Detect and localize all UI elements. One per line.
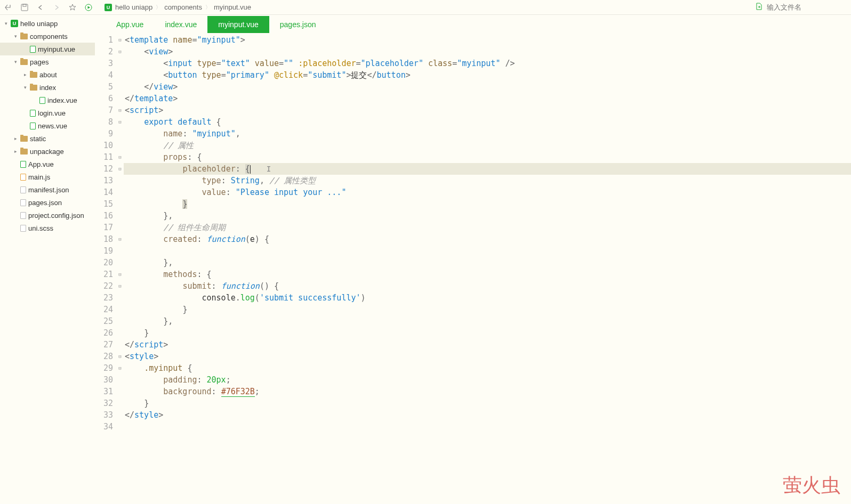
fold-toggle[interactable] [116,339,124,351]
code-line[interactable]: type: String, // 属性类型 [124,175,851,186]
fold-toggle[interactable] [116,409,124,421]
nav-forward-icon[interactable] [52,3,61,12]
code-line[interactable]: }, [124,210,851,222]
tree-item[interactable]: manifest.json [0,183,95,196]
tab[interactable]: myinput.vue [207,16,269,33]
fold-column[interactable]: ⊟⊟⊟⊟⊟⊟⊟⊟⊟⊟⊟ [116,34,124,504]
code-line[interactable]: submit: function() { [124,280,851,292]
fold-toggle[interactable] [116,93,124,104]
tab[interactable]: App.vue [106,16,154,33]
code-line[interactable]: padding: 20px; [124,374,851,386]
tree-item[interactable]: App.vue [0,158,95,170]
tree-item[interactable]: pages.json [0,196,95,209]
tab[interactable]: index.vue [154,16,207,33]
chevron-icon[interactable]: ▾ [13,59,18,64]
chevron-icon[interactable]: ▸ [13,149,18,154]
tree-item[interactable]: login.vue [0,107,95,119]
chevron-icon[interactable]: ▾ [22,85,28,90]
search-input[interactable] [767,3,847,11]
code-line[interactable]: console.log('submit successfully') [124,292,851,304]
fold-toggle[interactable] [116,257,124,269]
fold-toggle[interactable] [116,198,124,210]
new-file-icon[interactable] [755,3,762,12]
fold-toggle[interactable]: ⊟ [116,163,124,175]
code-line[interactable]: </template> [124,93,851,104]
fold-toggle[interactable]: ⊟ [116,151,124,163]
code-line[interactable]: }, [124,315,851,327]
tree-item[interactable]: uni.scss [0,222,95,234]
tree-item[interactable]: ▸about [0,68,95,81]
fold-toggle[interactable]: ⊟ [116,269,124,280]
fold-toggle[interactable] [116,292,124,304]
fold-toggle[interactable] [116,140,124,151]
save-icon[interactable] [20,3,29,12]
fold-toggle[interactable]: ⊟ [116,362,124,374]
fold-toggle[interactable] [116,222,124,233]
code-line[interactable]: name: "myinput", [124,128,851,140]
code-line[interactable]: <button type="primary" @click="submit">提… [124,69,851,81]
code-line[interactable]: background: #76F32B; [124,386,851,397]
tree-item[interactable]: ▸static [0,132,95,145]
nav-back-icon[interactable] [36,3,45,12]
code-line[interactable]: export default { [124,116,851,128]
fold-toggle[interactable] [116,421,124,433]
star-icon[interactable] [68,3,77,12]
chevron-icon[interactable]: ▾ [13,34,18,39]
code-line[interactable]: placeholder: {I [124,163,851,175]
back-arrow-icon[interactable] [4,3,13,12]
fold-toggle[interactable]: ⊟ [116,104,124,116]
code-line[interactable]: <input type="text" value="" :placeholder… [124,58,851,69]
code-line[interactable]: <script> [124,104,851,116]
tree-item[interactable]: main.js [0,170,95,183]
fold-toggle[interactable] [116,397,124,409]
fold-toggle[interactable] [116,386,124,397]
fold-toggle[interactable] [116,175,124,186]
code-area[interactable]: 1234567891011121314151617181920212223242… [95,34,851,504]
code-line[interactable]: props: { [124,151,851,163]
code-line[interactable]: } [124,304,851,315]
tree-item[interactable]: ▸unpackage [0,145,95,158]
tree-project-root[interactable]: ▾ U hello uniapp [0,17,95,30]
code-line[interactable]: .myinput { [124,362,851,374]
tree-item[interactable]: index.vue [0,94,95,107]
tree-item[interactable]: myinput.vue [0,43,95,55]
code-line[interactable]: // 组件生命周期 [124,222,851,233]
tab[interactable]: pages.json [269,16,327,33]
fold-toggle[interactable]: ⊟ [116,116,124,128]
fold-toggle[interactable] [116,245,124,257]
fold-toggle[interactable] [116,69,124,81]
fold-toggle[interactable]: ⊟ [116,351,124,362]
tree-item[interactable]: project.config.json [0,209,95,222]
fold-toggle[interactable]: ⊟ [116,34,124,46]
fold-toggle[interactable]: ⊟ [116,46,124,58]
fold-toggle[interactable] [116,210,124,222]
code-line[interactable]: methods: { [124,269,851,280]
code-line[interactable]: // 属性 [124,140,851,151]
fold-toggle[interactable] [116,304,124,315]
breadcrumb-item[interactable]: components [164,3,202,11]
fold-toggle[interactable] [116,374,124,386]
fold-toggle[interactable] [116,81,124,93]
code-line[interactable]: </view> [124,81,851,93]
file-tree[interactable]: ▾ U hello uniapp ▾componentsmyinput.vue▾… [0,15,95,504]
fold-toggle[interactable]: ⊟ [116,233,124,245]
fold-toggle[interactable] [116,128,124,140]
breadcrumb-item[interactable]: myinput.vue [214,3,251,11]
fold-toggle[interactable] [116,186,124,198]
code-line[interactable]: created: function(e) { [124,233,851,245]
code-line[interactable] [124,245,851,257]
tree-item[interactable]: ▾index [0,81,95,94]
code-line[interactable]: <view> [124,46,851,58]
tree-item[interactable]: ▾components [0,30,95,43]
code-line[interactable]: } [124,198,851,210]
chevron-down-icon[interactable]: ▾ [3,21,9,26]
run-icon[interactable] [84,3,93,12]
code-line[interactable]: } [124,397,851,409]
fold-toggle[interactable] [116,58,124,69]
chevron-icon[interactable]: ▸ [13,136,18,141]
breadcrumb-item[interactable]: hello uniapp [115,3,152,11]
code-line[interactable]: </style> [124,409,851,421]
code-line[interactable]: }, [124,257,851,269]
tree-item[interactable]: news.vue [0,119,95,132]
code-content[interactable]: <template name="myinput"> <view> <input … [124,34,851,504]
